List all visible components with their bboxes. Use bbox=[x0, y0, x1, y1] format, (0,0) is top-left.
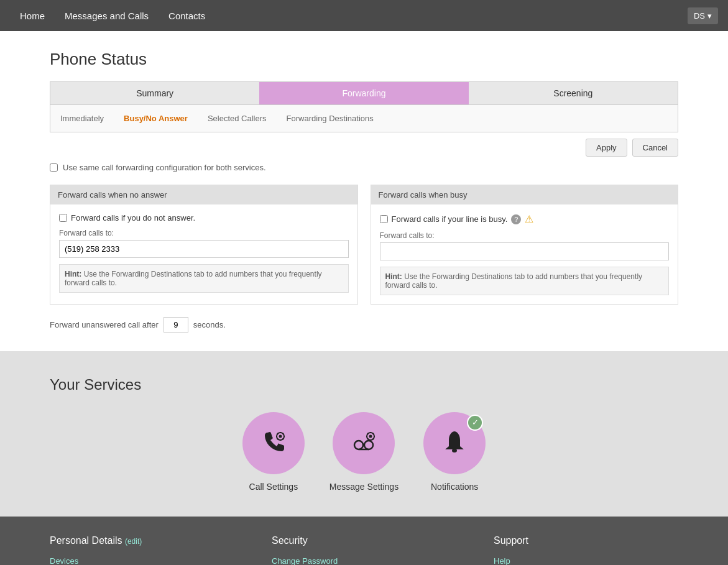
unanswered-suffix: seconds. bbox=[193, 320, 226, 329]
message-settings-circle bbox=[333, 412, 395, 474]
svg-line-9 bbox=[277, 439, 279, 440]
svg-point-23 bbox=[452, 449, 457, 452]
svg-line-19 bbox=[367, 433, 369, 434]
no-answer-checkbox[interactable] bbox=[59, 214, 67, 222]
svg-point-14 bbox=[369, 435, 372, 438]
top-nav: Home Messages and Calls Contacts DS ▾ bbox=[0, 0, 728, 31]
footer-support: Support Help Send Feedback bbox=[494, 535, 678, 565]
unanswered-row: Forward unanswered call after seconds. bbox=[50, 317, 678, 333]
svg-line-7 bbox=[282, 439, 283, 440]
same-config-checkbox[interactable] bbox=[50, 163, 58, 172]
busy-hint-text: Use the Forwarding Destinations tab to a… bbox=[385, 272, 643, 290]
footer-personal-details: Personal Details (edit) Devices bbox=[50, 535, 234, 565]
notifications-label: Notifications bbox=[431, 482, 478, 492]
user-initials: DS bbox=[694, 11, 705, 21]
tab-summary[interactable]: Summary bbox=[50, 82, 259, 104]
tab-bar: Summary Forwarding Screening bbox=[50, 81, 678, 105]
footer-devices-link[interactable]: Devices bbox=[50, 556, 234, 565]
svg-line-6 bbox=[277, 433, 279, 434]
sub-tab-selected-callers[interactable]: Selected Callers bbox=[198, 111, 277, 126]
no-answer-label: Forward calls if you do not answer. bbox=[71, 213, 195, 223]
busy-panel: Forward calls when busy Forward calls if… bbox=[371, 185, 679, 305]
busy-forward-to-label: Forward calls to: bbox=[380, 231, 670, 240]
no-answer-body: Forward calls if you do not answer. Forw… bbox=[50, 204, 357, 301]
no-answer-panel: Forward calls when no answer Forward cal… bbox=[50, 185, 358, 305]
sub-tab-bar: Immediately Busy/No Answer Selected Call… bbox=[50, 105, 678, 132]
main-content: Phone Status Summary Forwarding Screenin… bbox=[0, 31, 728, 351]
user-dropdown-icon: ▾ bbox=[707, 11, 712, 21]
sub-tab-immediately[interactable]: Immediately bbox=[50, 111, 114, 126]
footer-personal-title: Personal Details (edit) bbox=[50, 535, 234, 546]
footer-change-password-link[interactable]: Change Password bbox=[272, 556, 456, 565]
sub-tab-busy-no-answer[interactable]: Busy/No Answer bbox=[114, 111, 198, 126]
notifications-circle bbox=[423, 412, 486, 474]
message-settings-icon bbox=[348, 428, 379, 459]
call-settings-circle bbox=[242, 412, 305, 474]
services-section: Your Services bbox=[0, 351, 728, 517]
action-row: Apply Cancel bbox=[50, 132, 678, 163]
busy-hint-bold: Hint: bbox=[385, 272, 402, 281]
warning-icon: ⚠ bbox=[525, 213, 533, 225]
busy-body: Forward calls if your line is busy. ? ⚠ … bbox=[371, 204, 678, 304]
svg-point-1 bbox=[279, 435, 282, 438]
same-config-row: Use same call forwarding configuration f… bbox=[50, 163, 678, 172]
no-answer-hint: Hint: Use the Forwarding Destinations ta… bbox=[59, 264, 349, 293]
svg-line-22 bbox=[367, 439, 369, 440]
nav-messages-and-calls[interactable]: Messages and Calls bbox=[55, 2, 159, 30]
apply-button[interactable]: Apply bbox=[586, 139, 627, 157]
no-answer-hint-bold: Hint: bbox=[65, 270, 81, 278]
nav-home[interactable]: Home bbox=[10, 2, 55, 30]
notifications-icon bbox=[439, 428, 470, 459]
page-title: Phone Status bbox=[50, 50, 678, 69]
footer-security: Security Change Password Change Call Ser… bbox=[272, 535, 456, 565]
busy-forward-input[interactable] bbox=[380, 242, 670, 260]
service-call-settings[interactable]: Call Settings bbox=[242, 412, 305, 492]
busy-header: Forward calls when busy bbox=[371, 185, 678, 204]
footer-help-link[interactable]: Help bbox=[494, 556, 678, 565]
no-answer-header: Forward calls when no answer bbox=[50, 185, 357, 204]
call-settings-icon bbox=[258, 428, 289, 459]
unanswered-seconds-input[interactable] bbox=[164, 317, 188, 333]
svg-line-21 bbox=[373, 433, 374, 434]
sub-tab-forwarding-destinations[interactable]: Forwarding Destinations bbox=[277, 111, 384, 126]
unanswered-prefix: Forward unanswered call after bbox=[50, 320, 159, 329]
tab-forwarding[interactable]: Forwarding bbox=[259, 82, 468, 104]
busy-checkbox[interactable] bbox=[380, 215, 388, 223]
services-icons: Call Settings bbox=[50, 412, 678, 492]
nav-contacts[interactable]: Contacts bbox=[159, 2, 215, 30]
svg-line-8 bbox=[282, 433, 283, 434]
svg-point-10 bbox=[354, 441, 363, 449]
message-settings-label: Message Settings bbox=[329, 482, 399, 492]
no-answer-checkbox-row: Forward calls if you do not answer. bbox=[59, 213, 349, 223]
no-answer-hint-text: Use the Forwarding Destinations tab to a… bbox=[65, 270, 322, 287]
help-icon[interactable]: ? bbox=[511, 214, 521, 224]
busy-hint: Hint: Use the Forwarding Destinations ta… bbox=[380, 267, 670, 295]
svg-point-11 bbox=[364, 441, 373, 449]
svg-line-20 bbox=[373, 439, 374, 440]
cancel-button[interactable]: Cancel bbox=[632, 139, 678, 157]
no-answer-forward-to-label: Forward calls to: bbox=[59, 229, 349, 237]
busy-checkbox-row: Forward calls if your line is busy. ? ⚠ bbox=[380, 213, 670, 225]
call-settings-label: Call Settings bbox=[249, 482, 298, 492]
service-message-settings[interactable]: Message Settings bbox=[329, 412, 399, 492]
footer-security-title: Security bbox=[272, 535, 456, 546]
forward-panels: Forward calls when no answer Forward cal… bbox=[50, 185, 678, 305]
user-badge[interactable]: DS ▾ bbox=[688, 7, 718, 24]
footer-support-title: Support bbox=[494, 535, 678, 546]
services-title: Your Services bbox=[50, 376, 678, 393]
tab-screening[interactable]: Screening bbox=[469, 82, 678, 104]
service-notifications[interactable]: Notifications bbox=[423, 412, 486, 492]
same-config-label: Use same call forwarding configuration f… bbox=[63, 163, 266, 172]
footer: Personal Details (edit) Devices Security… bbox=[0, 517, 728, 565]
no-answer-forward-input[interactable] bbox=[59, 240, 349, 258]
footer-edit-link[interactable]: (edit) bbox=[125, 537, 142, 546]
busy-label: Forward calls if your line is busy. bbox=[392, 214, 508, 224]
